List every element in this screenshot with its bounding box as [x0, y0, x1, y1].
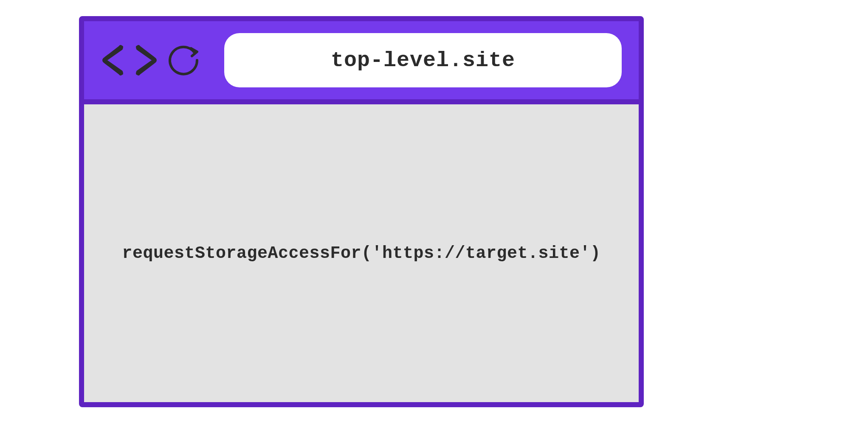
code-line: requestStorageAccessFor('https://target.…	[122, 244, 600, 263]
browser-toolbar: top-level.site	[84, 21, 639, 104]
browser-viewport: requestStorageAccessFor('https://target.…	[84, 104, 639, 402]
address-bar[interactable]: top-level.site	[224, 33, 622, 87]
reload-icon[interactable]	[166, 42, 201, 78]
browser-window: top-level.site requestStorageAccessFor('…	[79, 16, 644, 407]
address-text: top-level.site	[331, 48, 515, 73]
nav-icons	[101, 42, 201, 78]
forward-icon[interactable]	[133, 44, 158, 77]
back-icon[interactable]	[101, 44, 126, 77]
